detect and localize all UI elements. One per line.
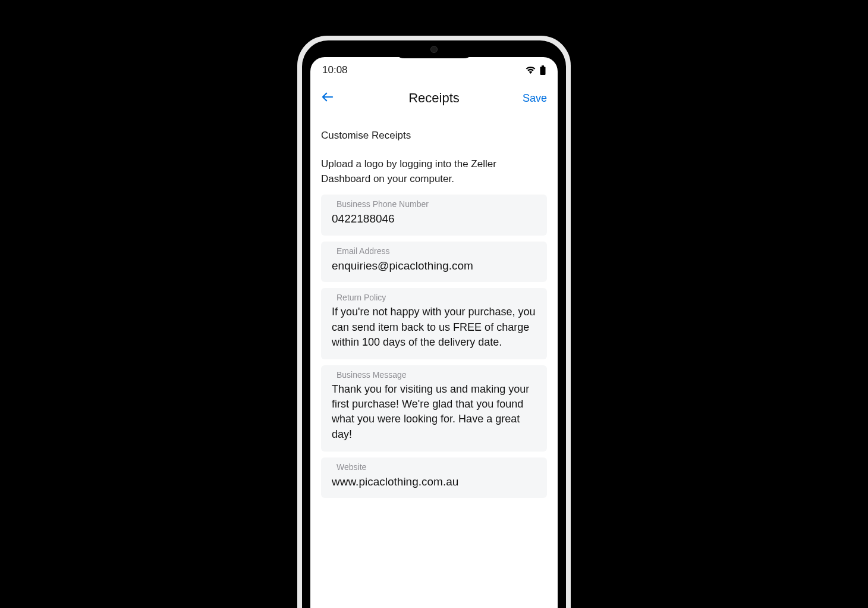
battery-icon bbox=[540, 65, 546, 75]
section-header: Customise Receipts bbox=[321, 130, 547, 142]
return-policy-label: Return Policy bbox=[336, 293, 541, 302]
email-value: enquiries@picaclothing.com bbox=[332, 258, 536, 274]
page-title: Receipts bbox=[321, 90, 547, 106]
arrow-left-icon bbox=[321, 92, 334, 102]
website-value: www.picaclothing.com.au bbox=[332, 474, 536, 490]
website-field[interactable]: Website www.picaclothing.com.au bbox=[321, 457, 547, 499]
back-button[interactable] bbox=[321, 92, 334, 105]
phone-device-frame: 10:08 bbox=[297, 36, 571, 608]
business-phone-label: Business Phone Number bbox=[336, 199, 541, 209]
svg-rect-1 bbox=[540, 67, 546, 75]
status-icons bbox=[525, 65, 546, 75]
content-area: Customise Receipts Upload a logo by logg… bbox=[310, 115, 558, 498]
website-label: Website bbox=[336, 462, 541, 472]
phone-screen: 10:08 bbox=[310, 57, 558, 608]
return-policy-value: If you're not happy with your purchase, … bbox=[332, 305, 536, 350]
phone-inner-bezel: 10:08 bbox=[302, 40, 566, 608]
save-button[interactable]: Save bbox=[523, 92, 547, 105]
business-phone-value: 0422188046 bbox=[332, 211, 536, 227]
return-policy-field[interactable]: Return Policy If you're not happy with y… bbox=[321, 288, 547, 359]
email-field[interactable]: Email Address enquiries@picaclothing.com bbox=[321, 242, 547, 283]
business-phone-field[interactable]: Business Phone Number 0422188046 bbox=[321, 195, 547, 236]
status-clock: 10:08 bbox=[322, 64, 348, 76]
wifi-icon bbox=[525, 66, 536, 74]
nav-bar: Receipts Save bbox=[310, 81, 558, 115]
business-message-value: Thank you for visiting us and making you… bbox=[332, 382, 536, 442]
phone-notch bbox=[392, 40, 476, 58]
email-label: Email Address bbox=[336, 246, 541, 256]
business-message-label: Business Message bbox=[336, 370, 541, 380]
business-message-field[interactable]: Business Message Thank you for visiting … bbox=[321, 365, 547, 452]
helper-text: Upload a logo by logging into the Zeller… bbox=[321, 157, 547, 186]
svg-rect-0 bbox=[542, 65, 544, 67]
status-bar: 10:08 bbox=[310, 57, 558, 81]
